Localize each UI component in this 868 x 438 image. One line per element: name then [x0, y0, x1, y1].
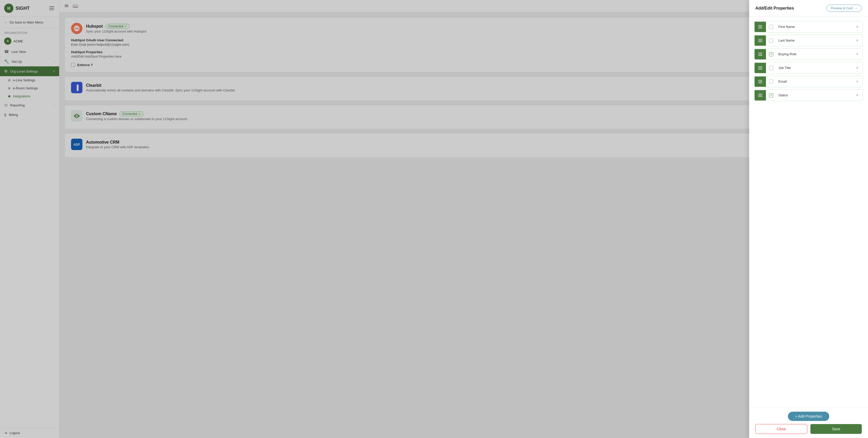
first-name-label: First Name — [776, 21, 852, 32]
email-checkbox[interactable] — [769, 80, 773, 84]
property-row-first-name: First Name × — [754, 21, 863, 33]
drag-handle[interactable] — [754, 76, 766, 87]
drag-lines-icon — [758, 39, 762, 42]
property-checkbox-area — [766, 66, 776, 70]
drag-lines-icon — [758, 80, 762, 83]
panel-title: Add/Edit Properties — [755, 6, 794, 10]
status-checkbox[interactable] — [769, 93, 773, 97]
property-row-email: Email × — [754, 76, 863, 87]
property-checkbox-area — [766, 80, 776, 84]
buying-role-checkbox[interactable] — [769, 52, 773, 56]
property-row-last-name: Last Name × — [754, 35, 863, 46]
drag-lines-icon — [758, 94, 762, 97]
last-name-checkbox[interactable] — [769, 38, 773, 42]
job-title-remove-button[interactable]: × — [852, 66, 863, 70]
drag-lines-icon — [758, 25, 762, 28]
property-checkbox-area — [766, 38, 776, 42]
drag-lines-icon — [758, 66, 762, 69]
status-remove-button[interactable]: × — [852, 93, 863, 97]
job-title-checkbox[interactable] — [769, 66, 773, 70]
drag-handle[interactable] — [754, 63, 766, 73]
save-button[interactable]: Save — [810, 424, 862, 434]
preview-card-button[interactable]: Preview of Card → — [827, 5, 862, 12]
property-row-status: Status × — [754, 89, 863, 101]
last-name-label: Last Name — [776, 35, 852, 46]
status-label: Status — [776, 90, 852, 101]
panel-body: First Name × Last Name × — [749, 17, 868, 407]
property-row-buying-role: Buying Role × — [754, 48, 863, 60]
buying-role-label: Buying Role — [776, 49, 852, 60]
property-checkbox-area — [766, 25, 776, 29]
drag-lines-icon — [758, 53, 762, 56]
drag-handle[interactable] — [754, 90, 766, 100]
email-remove-button[interactable]: × — [852, 80, 863, 84]
property-row-job-title: Job Title × — [754, 62, 863, 73]
property-checkbox-area — [766, 52, 776, 56]
drag-handle[interactable] — [754, 35, 766, 46]
panel-footer-buttons: Close Save — [755, 424, 862, 434]
drag-handle[interactable] — [754, 49, 766, 59]
last-name-remove-button[interactable]: × — [852, 38, 863, 42]
arrow-right-icon: → — [854, 6, 858, 10]
panel-header: Add/Edit Properties Preview of Card → — [749, 0, 868, 17]
add-properties-button[interactable]: + Add Properties — [788, 412, 829, 421]
panel-actions: + Add Properties Close Save — [749, 407, 868, 438]
property-checkbox-area — [766, 93, 776, 97]
side-panel: Add/Edit Properties Preview of Card → Fi… — [749, 0, 868, 438]
buying-role-remove-button[interactable]: × — [852, 52, 863, 56]
drag-handle[interactable] — [754, 22, 766, 32]
close-button[interactable]: Close — [755, 424, 807, 434]
job-title-label: Job Title — [776, 62, 852, 73]
first-name-remove-button[interactable]: × — [852, 25, 863, 29]
email-label: Email — [776, 76, 852, 87]
overlay-backdrop[interactable] — [0, 0, 868, 438]
preview-card-label: Preview of Card — [831, 6, 853, 10]
first-name-checkbox[interactable] — [769, 25, 773, 29]
